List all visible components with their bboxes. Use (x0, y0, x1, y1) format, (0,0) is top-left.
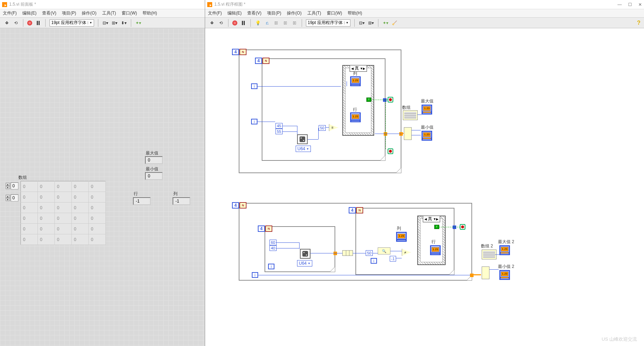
spin-icon[interactable]: ▴▾ (6, 195, 10, 201)
menu-window[interactable]: 窗口(W) (327, 10, 342, 16)
reorder-button[interactable]: ✦▾ (135, 20, 141, 26)
menu-file[interactable]: 文件(F) (208, 10, 222, 16)
align-button[interactable]: ⊟▾ (102, 20, 109, 26)
stop-led-icon[interactable] (388, 148, 393, 154)
fp-toolbar: ❖ ⟲ 19pt 应用程序字体▼ ⊟▾ ⊞▾ ⬍▾ ✦▾ (0, 18, 205, 28)
array-row-index[interactable]: ▴▾ 0 (6, 182, 18, 189)
bd-menubar: 文件(F) 编辑(E) 查看(V) 项目(P) 操作(O) 工具(T) 窗口(W… (205, 9, 644, 18)
array-col-index[interactable]: ▴▾ 0 (6, 194, 18, 201)
resize-button[interactable]: ⬍▾ (121, 20, 127, 26)
menu-file[interactable]: 文件(F) (3, 10, 17, 16)
max-indicator: 0 (145, 156, 163, 164)
menu-project[interactable]: 项目(P) (62, 10, 76, 16)
row-terminal-2[interactable]: 1.23 (430, 245, 441, 255)
search-1d-icon[interactable]: 🔍 (378, 247, 390, 254)
context-help-button[interactable]: ? (637, 20, 640, 26)
retain-wire-button[interactable]: ⎌ (264, 20, 270, 26)
menu-edit[interactable]: 编辑(E) (22, 10, 36, 16)
inner-N-2a[interactable]: 4 (258, 225, 265, 232)
pause-button[interactable] (240, 20, 246, 26)
col-terminal-2[interactable]: 1.23 (396, 232, 407, 242)
step-into-button[interactable]: ↘⃞ (273, 20, 279, 26)
random-icon[interactable] (300, 249, 311, 259)
font-selector[interactable]: 19pt 应用程序字体▼ (50, 19, 94, 27)
menu-view[interactable]: 查看(V) (247, 10, 261, 16)
run-button[interactable]: ❖ (4, 20, 10, 26)
const-55[interactable]: 55 (275, 129, 283, 134)
inner-N[interactable]: 4 (255, 58, 262, 64)
true-const[interactable]: T (366, 98, 371, 102)
N-terminal-icon: N (265, 225, 272, 232)
array-indicator[interactable]: 000000000000000000000000000000 (21, 181, 106, 245)
fp-canvas[interactable]: 数组 ▴▾ 0 ▴▾ 0 000000000000000000000000000… (0, 28, 205, 346)
outer-N-2[interactable]: 4 (232, 202, 239, 209)
minmax-fn-icon[interactable] (404, 127, 412, 140)
array-cell: 0 (38, 181, 55, 192)
cleanup-button[interactable]: 🧹 (391, 20, 398, 26)
menu-edit[interactable]: 编辑(E) (227, 10, 242, 16)
menu-help[interactable]: 帮助(H) (348, 10, 362, 16)
build-array-icon[interactable] (403, 110, 418, 120)
run-cont-button[interactable]: ⟲ (13, 20, 19, 26)
max2-terminal[interactable]: 1.23 (499, 245, 510, 255)
menu-help[interactable]: 帮助(H) (143, 10, 157, 16)
bd-canvas[interactable]: 4 N 4 N i i 45 55 U64▼ 50 = ◀真▼▶ 列 1.23 … (205, 28, 644, 346)
abort-button[interactable] (27, 20, 32, 25)
distribute-button[interactable]: ⊞▾ (368, 20, 374, 26)
stop-led-icon[interactable] (460, 224, 465, 230)
menu-tools[interactable]: 工具(T) (102, 10, 116, 16)
distribute-button[interactable]: ⊞▾ (111, 20, 118, 26)
menu-view[interactable]: 查看(V) (42, 10, 56, 16)
menu-tools[interactable]: 工具(T) (307, 10, 321, 16)
close-button[interactable]: ✕ (638, 2, 642, 7)
row-label: 行 (134, 191, 138, 197)
build-array-icon[interactable] (482, 250, 497, 259)
spin-icon[interactable]: ▴▾ (6, 183, 10, 189)
const-neg1[interactable]: -1 (390, 256, 396, 262)
u64-selector[interactable]: U64▼ (297, 260, 312, 266)
outer-N[interactable]: 4 (232, 49, 239, 55)
random-icon[interactable] (297, 134, 308, 144)
labview-icon (2, 2, 7, 7)
abort-button[interactable] (232, 20, 237, 25)
run-button[interactable]: ❖ (209, 20, 215, 26)
array-cell: 0 (55, 203, 72, 213)
minimize-button[interactable]: — (617, 2, 622, 7)
menu-window[interactable]: 窗口(W) (122, 10, 137, 16)
min-label: 最小值 (146, 166, 158, 172)
pause-button[interactable] (35, 20, 41, 26)
const-45[interactable]: 45 (275, 123, 283, 129)
col-terminal[interactable]: 1.23 (350, 76, 361, 86)
case-selector[interactable]: ◀真▼▶ (423, 216, 440, 222)
array-cell: 0 (21, 224, 38, 234)
i-2b: i (371, 258, 377, 264)
col-label: 列 (173, 191, 178, 197)
stop-led-icon[interactable] (388, 97, 393, 102)
minmax-fn-icon[interactable] (482, 266, 489, 279)
index-array-icon[interactable] (342, 250, 353, 256)
const-50[interactable]: 50 (319, 125, 326, 131)
menu-operate[interactable]: 操作(O) (287, 10, 301, 16)
const-50-2[interactable]: 50 (366, 250, 373, 256)
run-cont-button[interactable]: ⟲ (218, 20, 224, 26)
step-out-button[interactable]: ↗⃞ (291, 20, 298, 26)
case-selector[interactable]: ◀真▼▶ (350, 65, 367, 72)
min2-terminal[interactable]: 1.23 (499, 270, 510, 280)
font-selector[interactable]: 19pt 应用程序字体▼ (306, 19, 350, 27)
row-terminal[interactable]: 1.23 (350, 112, 361, 122)
reorder-button[interactable]: ✦▾ (382, 20, 389, 26)
min-terminal[interactable]: 1.23 (422, 131, 432, 141)
true-const-2[interactable]: T (434, 225, 439, 229)
highlight-exec-button[interactable]: 💡 (255, 20, 261, 26)
u64-selector[interactable]: U64▼ (296, 146, 311, 152)
menu-project[interactable]: 项目(P) (267, 10, 281, 16)
step-over-button[interactable]: ↷⃞ (282, 20, 289, 26)
maximize-button[interactable]: ☐ (628, 2, 632, 7)
align-button[interactable]: ⊟▾ (359, 20, 365, 26)
inner-N-2b[interactable]: 4 (349, 207, 356, 213)
array-cell: 0 (89, 203, 106, 213)
max-terminal[interactable]: 1.23 (422, 105, 432, 115)
menu-operate[interactable]: 操作(O) (82, 10, 96, 16)
bd-titlebar: 1.5.vi 程序框图 * — ☐ ✕ (205, 0, 644, 9)
array-cell: 0 (89, 181, 106, 192)
